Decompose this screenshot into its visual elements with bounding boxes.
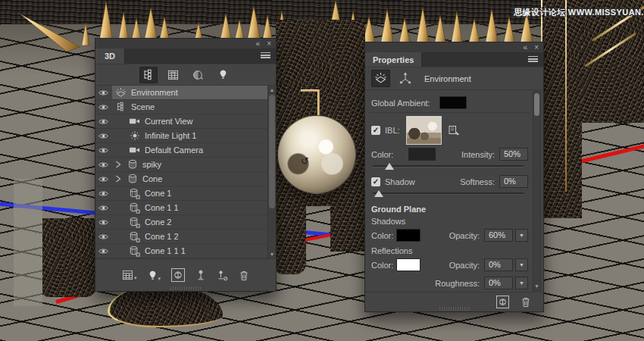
mesh-icon bbox=[127, 174, 138, 184]
list-item-cone[interactable]: Cone bbox=[95, 172, 276, 186]
shadow-color-label: Color: bbox=[371, 231, 393, 240]
softness-slider-thumb[interactable] bbox=[374, 190, 383, 197]
environment-mode-icon[interactable] bbox=[371, 70, 390, 87]
ground-reflection-color-swatch[interactable] bbox=[396, 258, 420, 271]
list-item-label: Current View bbox=[145, 117, 192, 126]
visibility-eye-icon[interactable] bbox=[98, 146, 110, 155]
visibility-eye-icon[interactable] bbox=[98, 189, 110, 198]
scroll-thumb[interactable] bbox=[534, 93, 539, 116]
close-panel-icon[interactable]: × bbox=[267, 40, 271, 48]
environment-sphere[interactable]: ↺ bbox=[277, 115, 356, 194]
global-ambient-swatch[interactable] bbox=[439, 96, 467, 109]
list-item-cone-1-2[interactable]: Cone 1 2 bbox=[95, 230, 276, 244]
panel-menu-icon[interactable] bbox=[261, 52, 270, 60]
intensity-label: Intensity: bbox=[461, 150, 495, 159]
reflection-opacity-label: Opacity: bbox=[449, 261, 480, 270]
3d-panel-bottom-bar: ▾ ▾ bbox=[95, 258, 276, 291]
visibility-eye-icon[interactable] bbox=[98, 117, 110, 126]
letter-slab bbox=[582, 0, 644, 123]
list-item-cone-2[interactable]: Cone 2 bbox=[95, 215, 276, 230]
chevron-down-icon[interactable]: ▼ bbox=[515, 258, 528, 271]
chevron-down-icon[interactable]: ▼ bbox=[515, 229, 528, 242]
add-light-button[interactable]: ▾ bbox=[148, 270, 161, 281]
reflection-opacity-field[interactable]: 0% bbox=[484, 258, 513, 271]
list-item-current-view[interactable]: Current View bbox=[95, 114, 276, 129]
visibility-eye-icon[interactable] bbox=[98, 218, 110, 227]
list-item-cone-1-1[interactable]: Cone 1 1 bbox=[95, 201, 276, 215]
visibility-eye-icon[interactable] bbox=[98, 132, 110, 140]
scene-icon bbox=[115, 102, 127, 112]
visibility-eye-icon[interactable] bbox=[98, 233, 110, 241]
visibility-eye-icon[interactable] bbox=[98, 161, 110, 169]
list-item-spiky[interactable]: spiky bbox=[95, 158, 276, 172]
visibility-eye-icon[interactable] bbox=[98, 89, 110, 97]
environment-ibl-button[interactable] bbox=[496, 296, 509, 308]
filter-scene-icon[interactable] bbox=[139, 67, 158, 83]
intensity-slider-thumb[interactable] bbox=[385, 163, 394, 170]
reflection-color-label: Color: bbox=[371, 261, 393, 270]
roughness-field[interactable]: 0% bbox=[484, 277, 513, 289]
list-item-environment[interactable]: Environment bbox=[95, 86, 276, 100]
panel-resize-grip[interactable] bbox=[439, 307, 470, 311]
ibl-checkbox[interactable] bbox=[371, 126, 380, 135]
list-item-label: Default Camera bbox=[145, 145, 203, 155]
ibl-color-swatch[interactable] bbox=[408, 148, 436, 161]
intensity-slider[interactable] bbox=[373, 162, 524, 170]
letter-slab bbox=[42, 218, 95, 297]
meshsub-icon bbox=[129, 217, 140, 228]
list-item-infinite-light-1[interactable]: Infinite Light 1 bbox=[95, 129, 276, 143]
3d-list-scrollbar[interactable]: ▲ ▼ bbox=[267, 86, 276, 258]
filter-materials-icon[interactable] bbox=[189, 67, 208, 83]
edit-texture-icon[interactable] bbox=[448, 124, 460, 136]
list-item-label: Scene bbox=[131, 102, 155, 111]
expand-arrow-icon[interactable] bbox=[115, 175, 122, 183]
panel-menu-icon[interactable] bbox=[528, 56, 538, 64]
shadow-opacity-field[interactable]: 60% bbox=[484, 229, 513, 242]
3d-filter-bar bbox=[95, 64, 276, 86]
scroll-up-icon[interactable]: ▲ bbox=[268, 86, 276, 93]
properties-scrollbar[interactable]: ▼ bbox=[533, 91, 541, 291]
scroll-thumb[interactable] bbox=[269, 95, 275, 208]
list-item-scene[interactable]: Scene bbox=[95, 100, 276, 114]
shadow-label: Shadow bbox=[385, 177, 415, 186]
close-panel-icon[interactable]: × bbox=[534, 44, 539, 52]
intensity-field[interactable]: 50% bbox=[499, 148, 528, 161]
list-item-default-camera[interactable]: Default Camera bbox=[95, 143, 276, 158]
scroll-down-icon[interactable]: ▼ bbox=[268, 251, 276, 258]
tab-properties[interactable]: Properties bbox=[365, 52, 422, 67]
visibility-eye-icon[interactable] bbox=[98, 247, 110, 255]
visibility-eye-icon[interactable] bbox=[98, 175, 110, 183]
shadow-opacity-label: Opacity: bbox=[449, 231, 480, 240]
tab-3d[interactable]: 3D bbox=[95, 48, 125, 64]
letter-side-face bbox=[14, 179, 42, 306]
chevron-down-icon[interactable]: ▼ bbox=[515, 277, 528, 289]
softness-slider[interactable] bbox=[373, 189, 524, 198]
coordinates-mode-icon[interactable] bbox=[395, 70, 414, 87]
light-pin-delete-button[interactable] bbox=[217, 270, 228, 281]
list-item-label: Cone bbox=[142, 174, 162, 183]
filter-lights-icon[interactable] bbox=[214, 67, 233, 83]
ibl-texture-thumbnail[interactable] bbox=[406, 116, 442, 145]
collapse-panel-icon[interactable]: « bbox=[524, 44, 528, 52]
delete-button[interactable] bbox=[521, 296, 531, 308]
list-item-cone-1-1-1[interactable]: Cone 1 1 1 bbox=[95, 244, 276, 258]
light-pin-button[interactable] bbox=[195, 270, 206, 281]
delete-button[interactable] bbox=[239, 270, 249, 281]
filter-meshes-icon[interactable] bbox=[164, 67, 183, 83]
environment-ibl-button[interactable] bbox=[171, 268, 185, 282]
3d-panel-titlebar: « × bbox=[95, 39, 276, 48]
list-item-label: Cone 1 2 bbox=[145, 232, 179, 241]
ibl-color-label: Color: bbox=[371, 150, 393, 159]
list-item-label: Cone 1 bbox=[145, 189, 171, 198]
expand-arrow-icon[interactable] bbox=[115, 161, 122, 168]
list-item-cone-1[interactable]: Cone 1 bbox=[95, 186, 276, 201]
visibility-eye-icon[interactable] bbox=[98, 204, 110, 212]
collapse-panel-icon[interactable]: « bbox=[256, 40, 261, 48]
scroll-down-icon[interactable]: ▼ bbox=[533, 283, 540, 289]
visibility-eye-icon[interactable] bbox=[98, 103, 110, 111]
ground-shadow-color-swatch[interactable] bbox=[396, 229, 420, 242]
shadow-checkbox[interactable] bbox=[371, 177, 380, 186]
softness-field[interactable]: 0% bbox=[499, 175, 528, 188]
panel-resize-grip[interactable] bbox=[170, 286, 201, 290]
add-mesh-button[interactable]: ▾ bbox=[122, 270, 137, 280]
